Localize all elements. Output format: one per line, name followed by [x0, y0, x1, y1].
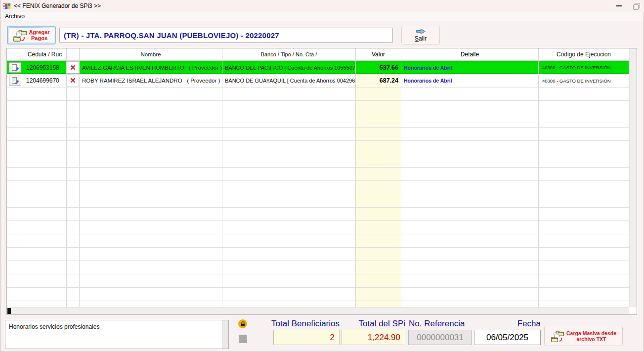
row-edit-cell — [7, 234, 23, 247]
cell-cedula — [23, 101, 67, 114]
cell-nombre — [80, 221, 222, 234]
row-edit-cell — [7, 261, 23, 274]
table-row-empty — [7, 128, 629, 141]
table-row[interactable]: 1204699670✕ROBY RAMIREZ ISRAEL ALEJANDRO… — [7, 74, 629, 88]
cell-nombre: ROBY RAMIREZ ISRAEL ALEJANDRO ( Proveedo… — [80, 74, 222, 87]
row-delete-cell — [67, 288, 80, 301]
row-delete-cell — [67, 248, 80, 261]
app-window-icon — [3, 2, 11, 10]
table-row-empty — [7, 168, 629, 181]
salir-button[interactable]: Salir — [401, 26, 440, 44]
cell-cedula — [23, 208, 67, 220]
cell-valor — [356, 274, 401, 287]
cell-banco — [222, 168, 356, 180]
cell-banco — [222, 208, 356, 220]
cell-valor — [356, 181, 401, 194]
table-row-empty — [7, 261, 629, 274]
total-spi-value: 1,224.90 — [342, 330, 405, 345]
fecha-input[interactable]: 06/05/2025 — [474, 330, 541, 345]
cell-detalle — [401, 261, 539, 274]
salir-label: Salir — [415, 35, 427, 42]
cell-codigo — [539, 261, 629, 274]
cell-codigo: 40300 - GASTO DE INVERSIÓN — [539, 74, 629, 87]
cell-banco — [222, 154, 356, 167]
add-payments-folders-icon — [13, 29, 28, 42]
vertical-scrollbar[interactable] — [629, 48, 637, 307]
grid-body: 1206953158✕AVILEZ GARCIA ESTIVEN HUMBERT… — [7, 61, 629, 307]
table-row-empty — [7, 208, 629, 221]
cell-detalle — [401, 274, 539, 287]
cell-cedula — [23, 288, 67, 301]
carga-masiva-button[interactable]: Carga Masiva desde archivo TXT — [544, 326, 623, 346]
header-delete-column — [67, 48, 80, 60]
edit-form-icon — [11, 64, 19, 72]
row-edit-cell — [7, 114, 23, 127]
cell-cedula — [23, 154, 67, 167]
delete-payment-button[interactable]: ✕ — [67, 61, 79, 74]
cell-valor — [356, 234, 401, 247]
entity-name-field[interactable]: (TR) - JTA. PARROQ.SAN JUAN (PUEBLOVIEJO… — [59, 28, 393, 43]
restore-button[interactable] — [633, 3, 639, 9]
cell-codigo — [539, 194, 629, 207]
row-edit-cell — [7, 221, 23, 234]
cell-cedula — [23, 234, 67, 247]
row-edit-cell — [7, 248, 23, 261]
table-row[interactable]: 1206953158✕AVILEZ GARCIA ESTIVEN HUMBERT… — [7, 61, 629, 74]
table-row-empty — [7, 114, 629, 128]
cell-banco — [222, 194, 356, 207]
delete-payment-button[interactable]: ✕ — [67, 74, 79, 87]
agregar-pagos-button[interactable]: Agregar Pagos — [7, 26, 56, 44]
lock-icon — [240, 321, 246, 327]
menu-item-archivo[interactable]: Archivo — [0, 13, 29, 20]
edit-payment-button[interactable] — [9, 62, 21, 73]
table-row-empty — [7, 234, 629, 248]
detalle-general-textarea[interactable]: Honorarios servicios profesionales — [5, 320, 229, 349]
cell-detalle — [401, 288, 539, 301]
delete-x-icon: ✕ — [70, 63, 76, 72]
cell-nombre — [80, 168, 222, 180]
cell-detalle — [401, 194, 539, 207]
cell-nombre — [80, 274, 222, 287]
cell-valor — [356, 194, 401, 207]
cell-codigo — [539, 154, 629, 167]
table-row-empty — [7, 221, 629, 234]
agregar-pagos-label: Agregar Pagos — [29, 29, 49, 41]
row-edit-cell — [7, 74, 23, 87]
delete-x-icon: ✕ — [70, 76, 76, 85]
cell-nombre — [80, 154, 222, 167]
cell-detalle — [401, 168, 539, 180]
row-delete-cell — [67, 128, 80, 140]
cell-banco — [222, 234, 356, 247]
row-delete-cell — [67, 114, 80, 127]
row-edit-cell — [7, 128, 23, 140]
cell-codigo — [539, 221, 629, 234]
cell-cedula: 1204699670 — [23, 74, 67, 87]
edit-payment-button[interactable] — [9, 76, 21, 86]
header-banco: Banco / Tipo / No. Cta / — [222, 48, 356, 60]
cell-cedula — [23, 128, 67, 140]
cell-nombre — [80, 234, 222, 247]
cell-cedula — [23, 248, 67, 261]
row-delete-cell — [67, 88, 80, 100]
horizontal-scrollbar-thumb[interactable] — [7, 308, 11, 314]
cell-codigo — [539, 274, 629, 287]
fecha-label: Fecha — [473, 319, 541, 329]
header-detalle: Detalle — [401, 48, 539, 60]
row-edit-cell — [7, 101, 23, 114]
table-row-empty — [7, 301, 629, 307]
payments-grid: Cédula / Ruc Nombre Banco / Tipo / No. C… — [6, 48, 637, 315]
table-row-empty — [7, 154, 629, 168]
cell-nombre — [80, 194, 222, 207]
horizontal-scrollbar[interactable] — [7, 307, 629, 314]
cell-banco — [222, 88, 356, 100]
minimize-button[interactable] — [616, 5, 622, 6]
cell-banco — [222, 261, 356, 274]
cell-detalle — [401, 128, 539, 140]
total-spi-label: Total del SPi — [342, 319, 405, 329]
row-edit-cell — [7, 194, 23, 207]
gray-square-button[interactable] — [239, 335, 247, 343]
table-row-empty — [7, 288, 629, 301]
cell-valor — [356, 288, 401, 301]
no-referencia-value: 0000000031 — [408, 330, 472, 345]
textarea-scrollbar[interactable] — [222, 320, 228, 349]
